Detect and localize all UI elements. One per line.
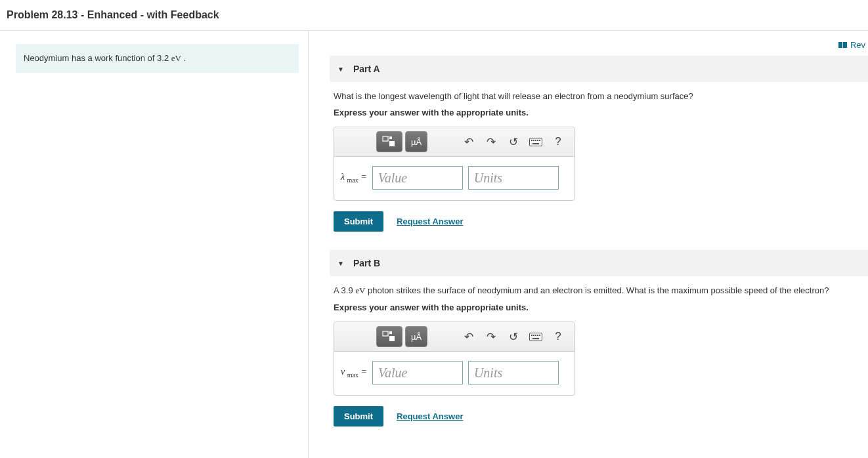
units-button[interactable]: µÅ (405, 131, 427, 152)
part-a-units-input[interactable] (468, 166, 559, 190)
svg-rect-5 (530, 138, 542, 146)
part-a-value-input[interactable] (372, 166, 463, 190)
right-column: Rev ▼ Part A What is the longest wavelen… (309, 31, 868, 458)
svg-rect-20 (539, 335, 540, 336)
templates-button[interactable] (376, 131, 402, 152)
units-button[interactable]: µÅ (405, 326, 427, 347)
part-b-toolbar: µÅ ↶ ↷ ↺ ? (334, 322, 575, 352)
svg-rect-6 (531, 140, 532, 141)
svg-rect-16 (531, 335, 532, 336)
left-column: Neodymium has a work function of 3.2 eV … (0, 31, 309, 458)
svg-rect-11 (532, 143, 539, 144)
keyboard-icon[interactable] (525, 131, 547, 152)
part-b-submit-button[interactable]: Submit (334, 406, 383, 427)
svg-rect-15 (530, 333, 542, 341)
part-a-label: Part A (353, 64, 380, 74)
part-b-variable-label: v max = (341, 367, 367, 379)
collapse-icon: ▼ (337, 66, 344, 73)
reset-icon[interactable]: ↺ (502, 131, 525, 152)
part-a: ▼ Part A What is the longest wavelength … (330, 56, 868, 238)
svg-rect-1 (843, 42, 847, 48)
keyboard-icon[interactable] (525, 326, 547, 347)
svg-rect-9 (537, 140, 538, 141)
info-prefix: Neodymium has a work function of 3.2 (24, 53, 171, 63)
svg-rect-8 (535, 140, 536, 141)
svg-rect-4 (389, 141, 395, 146)
part-a-variable-label: λ max = (341, 172, 367, 184)
reset-icon[interactable]: ↺ (502, 326, 525, 347)
part-b-header[interactable]: ▼ Part B (330, 250, 868, 276)
help-icon[interactable]: ? (547, 131, 569, 152)
redo-icon[interactable]: ↷ (480, 131, 502, 152)
problem-statement: Neodymium has a work function of 3.2 eV … (16, 44, 299, 73)
review-link[interactable]: Rev (838, 40, 865, 50)
svg-rect-21 (532, 338, 539, 339)
svg-rect-14 (389, 336, 395, 341)
info-suffix: . (181, 53, 186, 63)
templates-button[interactable] (376, 326, 402, 347)
svg-rect-12 (383, 331, 388, 336)
svg-rect-13 (389, 331, 392, 334)
part-b-question: A 3.9 eV photon strikes the surface of n… (334, 285, 865, 296)
undo-icon[interactable]: ↶ (458, 131, 480, 152)
redo-icon[interactable]: ↷ (480, 326, 502, 347)
part-a-instruction: Express your answer with the appropriate… (334, 108, 865, 117)
part-b-answer-box: µÅ ↶ ↷ ↺ ? v max = (334, 322, 575, 396)
part-a-toolbar: µÅ ↶ ↷ ↺ ? (334, 127, 575, 157)
book-icon (838, 41, 848, 49)
svg-rect-2 (383, 136, 388, 141)
part-b: ▼ Part B A 3.9 eV photon strikes the sur… (330, 250, 868, 433)
part-a-request-answer-link[interactable]: Request Answer (397, 217, 463, 226)
svg-rect-18 (535, 335, 536, 336)
top-link-bar: Rev (330, 31, 868, 56)
page-title: Problem 28.13 - Enhanced - with Feedback (0, 0, 868, 30)
info-unit: eV (171, 53, 181, 63)
part-b-value-input[interactable] (372, 361, 463, 385)
svg-rect-10 (539, 140, 540, 141)
svg-rect-0 (838, 42, 842, 48)
collapse-icon: ▼ (337, 260, 344, 267)
svg-rect-7 (533, 140, 534, 141)
part-b-units-input[interactable] (468, 361, 559, 385)
help-icon[interactable]: ? (547, 326, 569, 347)
part-a-question: What is the longest wavelength of light … (334, 91, 865, 101)
svg-rect-19 (537, 335, 538, 336)
part-a-submit-button[interactable]: Submit (334, 211, 383, 232)
part-a-answer-box: µÅ ↶ ↷ ↺ ? λ max = (334, 127, 575, 201)
svg-rect-17 (533, 335, 534, 336)
review-link-label: Rev (850, 40, 865, 50)
undo-icon[interactable]: ↶ (458, 326, 480, 347)
svg-rect-3 (389, 136, 392, 139)
part-b-label: Part B (353, 258, 380, 268)
part-b-request-answer-link[interactable]: Request Answer (397, 411, 463, 421)
part-a-header[interactable]: ▼ Part A (330, 56, 868, 82)
part-b-instruction: Express your answer with the appropriate… (334, 302, 865, 312)
